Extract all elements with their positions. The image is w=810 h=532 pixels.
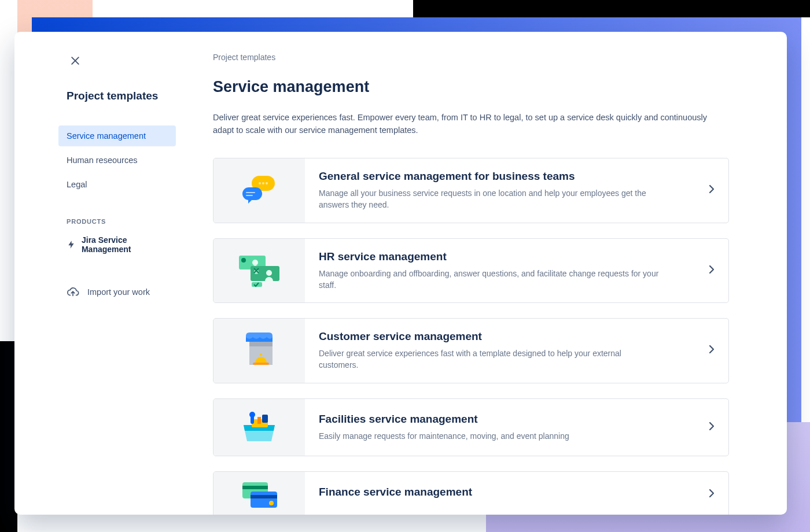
svg-rect-8: [246, 195, 253, 196]
sidebar-nav: Service management Human reseources Lega…: [14, 125, 185, 195]
import-your-work[interactable]: Import your work: [14, 286, 185, 298]
svg-rect-17: [249, 342, 273, 346]
import-label: Import your work: [87, 287, 150, 297]
card-description: Manage onboarding and offboarding, answe…: [319, 268, 660, 291]
chat-bubbles-icon: [238, 173, 281, 207]
modal-panel: Project templates Service management Hum…: [14, 32, 787, 515]
product-jira-service-management[interactable]: Jira Service Management: [14, 235, 185, 254]
close-button[interactable]: [64, 49, 87, 72]
chevron-right-icon: [709, 422, 715, 433]
sidebar-item-label: Human reseources: [67, 156, 138, 165]
card-body: HR service management Manage onboarding …: [305, 239, 728, 303]
sidebar-title: Project templates: [14, 90, 185, 102]
template-card-general-service[interactable]: General service management for business …: [213, 158, 729, 223]
card-description: Manage all your business service request…: [319, 187, 660, 211]
svg-point-4: [262, 182, 264, 184]
card-title: HR service management: [319, 250, 715, 263]
main-content: Project templates Service management Del…: [185, 32, 787, 515]
card-title: Finance service management: [319, 486, 715, 498]
card-description: Deliver great service experiences fast w…: [319, 348, 660, 371]
svg-point-3: [259, 182, 261, 184]
card-thumb: [213, 158, 305, 223]
cloud-upload-icon: [67, 286, 79, 298]
svg-point-14: [266, 270, 272, 276]
svg-point-11: [252, 260, 258, 265]
close-icon: [69, 55, 81, 66]
card-body: General service management for business …: [305, 158, 728, 223]
svg-rect-6: [242, 187, 262, 200]
svg-rect-26: [242, 486, 268, 489]
card-body: Customer service management Deliver grea…: [305, 319, 728, 383]
toolbox-icon: [239, 411, 279, 444]
card-body: Finance service management: [305, 472, 728, 515]
product-label: Jira Service Management: [82, 235, 168, 254]
people-cards-icon: [235, 252, 283, 289]
page-description: Deliver great service experiences fast. …: [213, 111, 716, 137]
jira-lightning-icon: [67, 239, 76, 250]
card-title: General service management for business …: [319, 170, 715, 183]
products-section-label: PRODUCTS: [14, 218, 185, 225]
sidebar: Project templates Service management Hum…: [14, 32, 185, 515]
card-thumb: [213, 239, 305, 303]
chevron-right-icon: [709, 489, 715, 500]
storefront-bell-icon: [239, 332, 279, 368]
sidebar-item-label: Service management: [67, 131, 146, 141]
svg-rect-27: [251, 492, 277, 508]
svg-point-19: [260, 353, 262, 356]
chevron-right-icon: [709, 345, 715, 356]
svg-rect-7: [246, 192, 255, 193]
sidebar-item-label: Legal: [67, 180, 87, 189]
page-title: Service management: [213, 78, 729, 96]
template-card-finance-service[interactable]: Finance service management: [213, 471, 729, 515]
template-card-hr-service[interactable]: HR service management Manage onboarding …: [213, 238, 729, 304]
sidebar-item-legal[interactable]: Legal: [58, 174, 176, 195]
svg-rect-24: [257, 417, 261, 424]
card-title: Customer service management: [319, 330, 715, 343]
svg-point-29: [269, 501, 274, 505]
credit-cards-icon: [239, 480, 279, 509]
chevron-right-icon: [709, 265, 715, 276]
card-thumb: [213, 399, 305, 456]
bg-decor: [413, 0, 810, 17]
template-card-facilities-service[interactable]: Facilities service management Easily man…: [213, 398, 729, 456]
svg-point-22: [249, 412, 255, 418]
svg-rect-18: [253, 363, 269, 365]
svg-rect-28: [251, 495, 277, 498]
card-thumb: [213, 319, 305, 383]
card-title: Facilities service management: [319, 413, 715, 426]
svg-rect-23: [262, 415, 268, 423]
card-body: Facilities service management Easily man…: [305, 399, 728, 456]
chevron-right-icon: [709, 184, 715, 196]
svg-point-10: [241, 258, 246, 263]
sidebar-item-service-management[interactable]: Service management: [58, 125, 176, 146]
breadcrumb[interactable]: Project templates: [213, 53, 729, 62]
sidebar-item-human-resources[interactable]: Human reseources: [58, 150, 176, 171]
svg-point-5: [266, 182, 268, 184]
template-card-list: General service management for business …: [213, 158, 729, 515]
template-card-customer-service[interactable]: Customer service management Deliver grea…: [213, 318, 729, 383]
card-description: Easily manage requests for maintenance, …: [319, 430, 660, 442]
card-thumb: [213, 472, 305, 515]
